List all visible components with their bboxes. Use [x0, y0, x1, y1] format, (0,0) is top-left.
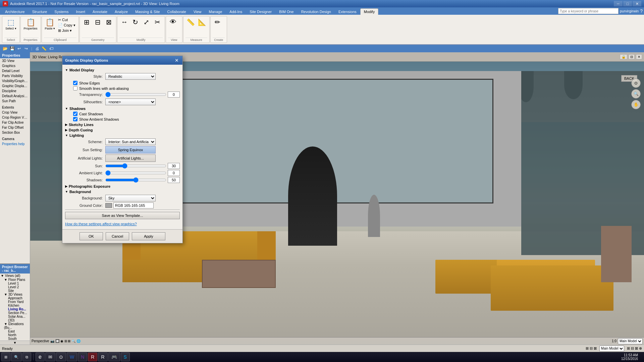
- taskbar-ie[interactable]: e: [36, 353, 45, 361]
- pb-from-yard[interactable]: From Yard: [0, 300, 30, 304]
- property-3d-view[interactable]: 3D View: [0, 58, 30, 63]
- ok-button[interactable]: OK: [79, 232, 103, 240]
- transparency-slider[interactable]: [105, 93, 166, 97]
- viewport-close-btn[interactable]: ✕: [636, 54, 642, 59]
- apply-button[interactable]: Apply: [132, 232, 165, 240]
- pb-3d-views[interactable]: ▼ 3D Views: [0, 293, 30, 296]
- shadows-slider[interactable]: [105, 178, 166, 182]
- tab-annotate[interactable]: Annotate: [89, 8, 111, 15]
- property-far-clip-active[interactable]: Far Clip Active: [0, 120, 30, 125]
- nav-orbit[interactable]: ⊙: [631, 78, 641, 88]
- tab-systems[interactable]: Systems: [51, 8, 72, 15]
- ambient-shadows-checkbox[interactable]: [73, 117, 77, 121]
- qat-redo[interactable]: ↪: [23, 46, 29, 52]
- ribbon-btn-copy[interactable]: 📄 Copy ▾: [57, 23, 76, 28]
- depth-cueing-section-header[interactable]: ▶ Depth Cueing: [65, 128, 180, 132]
- qat-open[interactable]: 📂: [2, 46, 8, 52]
- tab-manage[interactable]: Manage: [205, 8, 226, 15]
- pb-scroll-down[interactable]: ▼: [0, 341, 30, 345]
- model-select[interactable]: Main Model: [618, 338, 643, 344]
- pb-elevations[interactable]: ▼ Elevations (Bu...: [0, 322, 30, 329]
- ribbon-btn-geometry1[interactable]: ⊞: [82, 17, 92, 27]
- property-properties-help[interactable]: Properties help: [0, 141, 30, 146]
- tab-analyze[interactable]: Analyze: [111, 8, 131, 15]
- tab-bim-one[interactable]: BIM One: [275, 8, 297, 15]
- property-parts-visibility[interactable]: Parts Visibility: [0, 73, 30, 78]
- ambient-value[interactable]: [168, 170, 180, 176]
- ribbon-btn-create1[interactable]: ✏: [213, 17, 223, 27]
- qat-print[interactable]: 🖨: [34, 46, 40, 52]
- pb-south[interactable]: South: [0, 337, 30, 341]
- property-graphics[interactable]: Graphics: [0, 63, 30, 68]
- sketchy-lines-section-header[interactable]: ▶ Sketchy Lines: [65, 123, 180, 127]
- viewport-lock-btn[interactable]: 🔒: [620, 54, 627, 59]
- property-section-box[interactable]: Section Box: [0, 130, 30, 135]
- search-input[interactable]: [558, 8, 619, 14]
- ribbon-btn-select[interactable]: ⬚ Select ▾: [4, 17, 17, 31]
- shadows-value[interactable]: [168, 177, 180, 183]
- nav-zoom[interactable]: 🔍: [631, 89, 641, 99]
- ribbon-btn-geometry3[interactable]: ⊠: [104, 17, 114, 27]
- dialog-close-button[interactable]: ✕: [174, 57, 180, 63]
- tab-revolution[interactable]: Revolution Design: [298, 8, 335, 15]
- ribbon-btn-join[interactable]: ⊞ Join ▾: [57, 28, 76, 33]
- artificial-lights-button[interactable]: Artificial Lights...: [105, 155, 156, 162]
- property-graphic-display[interactable]: Graphic Display Opti...: [0, 83, 30, 88]
- ribbon-btn-paste[interactable]: 📋 Paste ▾: [44, 17, 56, 31]
- ribbon-btn-properties[interactable]: 📋 Properties: [23, 17, 39, 31]
- pb-views-all[interactable]: ▼ Views (all): [0, 274, 30, 278]
- save-template-button[interactable]: Save as View Template...: [65, 212, 180, 219]
- ribbon-btn-cut[interactable]: ✂ Cut: [57, 17, 76, 22]
- ribbon-btn-modify1[interactable]: ↔: [119, 17, 129, 26]
- scheme-dropdown[interactable]: Interior: Sun and Artificial Exterior: S…: [105, 138, 156, 145]
- maximize-button[interactable]: □: [623, 1, 632, 6]
- qat-tag[interactable]: 🏷: [48, 46, 54, 52]
- dialog-title-bar[interactable]: Graphic Display Options ✕: [62, 56, 182, 65]
- pb-north[interactable]: North: [0, 333, 30, 337]
- minimize-button[interactable]: ─: [614, 1, 623, 6]
- pb-living-room[interactable]: Living Ro...: [0, 307, 30, 311]
- how-link[interactable]: How do these settings affect view graphi…: [65, 221, 180, 227]
- tab-insert[interactable]: Insert: [72, 8, 89, 15]
- pb-solar-ana[interactable]: Solar Ana...: [0, 315, 30, 318]
- qat-undo[interactable]: ↩: [16, 46, 22, 52]
- ground-color-input[interactable]: [113, 202, 154, 208]
- taskbar-revit2[interactable]: R: [98, 353, 107, 361]
- lighting-section-header[interactable]: ▼ Lighting: [65, 133, 180, 137]
- tab-collaborate[interactable]: Collaborate: [164, 8, 190, 15]
- pb-level2[interactable]: Level 2: [0, 285, 30, 289]
- sun-setting-button[interactable]: Spring Equinox: [105, 146, 156, 154]
- ribbon-btn-view1[interactable]: 👁: [168, 17, 178, 26]
- nav-pan[interactable]: ✋: [631, 100, 641, 109]
- style-dropdown[interactable]: Realistic Shaded Consistent Colors Hidde…: [105, 73, 156, 80]
- help-icon[interactable]: ?: [640, 8, 643, 14]
- property-crop-view[interactable]: Crop View: [0, 110, 30, 115]
- pb-east[interactable]: East: [0, 329, 30, 333]
- property-visibility-graphics[interactable]: Visibility/Graphics O...: [0, 78, 30, 83]
- task-view-button[interactable]: ⧉: [22, 353, 31, 361]
- property-far-clip-offset[interactable]: Far Clip Offset: [0, 125, 30, 130]
- taskbar-revit[interactable]: R: [88, 353, 97, 361]
- tab-site-designer[interactable]: Site Designer: [246, 8, 275, 15]
- tab-extensions[interactable]: Extensions: [335, 8, 360, 15]
- property-default-analysis[interactable]: Default Analysis Disp...: [0, 94, 30, 99]
- cast-shadows-checkbox[interactable]: [73, 112, 77, 116]
- ribbon-btn-measure1[interactable]: 📏: [185, 17, 196, 27]
- pb-kitchen[interactable]: Kitchen: [0, 304, 30, 307]
- pb-section-pe[interactable]: Section Pe...: [0, 311, 30, 315]
- tab-modify[interactable]: Modify: [360, 8, 378, 15]
- smooth-lines-checkbox[interactable]: [73, 86, 77, 90]
- ribbon-btn-geometry2[interactable]: ⊟: [93, 17, 103, 27]
- ribbon-btn-modify4[interactable]: ✂: [153, 17, 163, 27]
- pb-floor-plans[interactable]: ▼ Floor Plans: [0, 278, 30, 282]
- tab-massing[interactable]: Massing & Site: [131, 8, 163, 15]
- pb-approach[interactable]: Approach: [0, 296, 30, 300]
- statusbar-model-select[interactable]: Main Model: [599, 346, 624, 352]
- property-crop-region-visible[interactable]: Crop Region Visible: [0, 115, 30, 120]
- tab-architecture[interactable]: Architecture: [1, 8, 29, 15]
- cancel-button[interactable]: Cancel: [106, 232, 129, 240]
- search-button[interactable]: 🔍: [11, 353, 22, 361]
- taskbar-word[interactable]: W: [67, 353, 77, 361]
- transparency-value[interactable]: [168, 92, 180, 98]
- background-dropdown[interactable]: Sky Gradient Image Transparent: [105, 195, 156, 201]
